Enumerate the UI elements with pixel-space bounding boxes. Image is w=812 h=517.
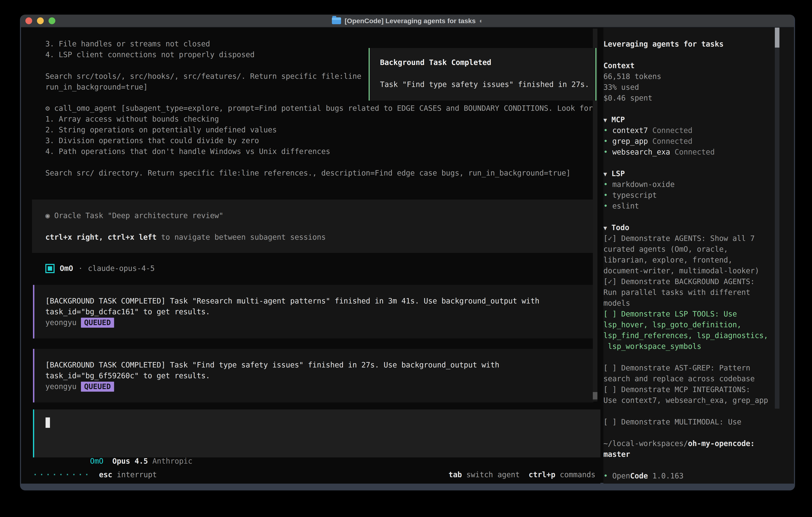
status-dot-icon: •	[603, 137, 608, 145]
context-used: 33% used	[603, 82, 794, 93]
mcp-status: Connected	[652, 126, 692, 135]
background-task-message: [BACKGROUND TASK COMPLETED] Task "Find t…	[33, 349, 593, 403]
gear-icon: ⚙	[46, 104, 54, 113]
workspace-path: ~/local-workspaces/oh-my-opencode:	[603, 438, 794, 449]
window-title: [OpenCode] Leveraging agents for tasks	[345, 17, 476, 25]
input-model: Opus 4.5	[112, 457, 148, 465]
input-agent-name: OmO	[90, 457, 104, 465]
spacer	[46, 60, 361, 71]
lsp-section-header[interactable]: ▼ LSP	[603, 168, 794, 179]
scrollback-text: 3. File handles or streams not closed 4.…	[46, 38, 361, 92]
spacer	[46, 157, 593, 168]
todo-item-line: document-writer, multimodal-looker)	[603, 266, 794, 276]
status-dot-icon: •	[603, 148, 608, 156]
status-dot-icon: •	[603, 472, 608, 480]
mcp-section-header[interactable]: ▼ MCP	[603, 114, 794, 125]
status-badge: QUEUED	[81, 382, 114, 392]
mcp-item: • context7 Connected	[603, 125, 794, 136]
todo-item-line: lsp_workspace_symbols	[603, 341, 794, 352]
input-provider: Anthropic	[152, 457, 193, 465]
chat-panel: 3. File handles or streams not closed 4.…	[21, 28, 601, 484]
agent-model: claude-opus-4-5	[88, 263, 155, 274]
agent-name: OmO	[60, 263, 73, 274]
tool-call-block: ⚙ call_omo_agent [subagent_type=explore,…	[46, 103, 593, 179]
lsp-name: typescript	[612, 191, 657, 199]
mcp-heading: MCP	[611, 115, 625, 124]
window-titlebar[interactable]: [OpenCode] Leveraging agents for tasks ◐	[21, 15, 794, 28]
keybinding-hint-text: to navigate between subagent sessions	[157, 233, 326, 242]
todo-item-line: librarian, explore, frontend,	[603, 255, 794, 266]
todo-item-line: curated agents (OmO, oracle,	[603, 244, 794, 255]
minimize-window-button[interactable]	[37, 18, 44, 24]
scrollback-line: 4. LSP client connections not properly d…	[46, 49, 361, 60]
workspace-path-prefix: ~/local-workspaces/	[603, 439, 688, 448]
mcp-item: • grep_app Connected	[603, 136, 794, 147]
spacer	[603, 352, 794, 363]
todo-item-line: [✓] Demonstrate BACKGROUND AGENTS:	[603, 276, 794, 287]
mcp-name: websearch_exa	[612, 148, 670, 156]
chevron-down-icon: ▼	[603, 224, 607, 232]
message-author: yeongyu	[46, 382, 77, 391]
todo-item-line: [ ] Demonstrate MULTIMODAL: Use	[603, 417, 794, 428]
message-author: yeongyu	[46, 318, 77, 327]
spacer	[603, 460, 794, 471]
context-spent: $0.46 spent	[603, 93, 794, 104]
todo-section-header[interactable]: ▼ Todo	[603, 222, 794, 233]
lsp-item: • typescript	[603, 190, 794, 201]
esc-key-hint: esc	[99, 469, 112, 480]
lsp-name: markdown-oxide	[612, 180, 675, 189]
terminal-window: [OpenCode] Leveraging agents for tasks ◐…	[20, 15, 795, 490]
context-tokens: 66,518 tokens	[603, 71, 794, 82]
todo-heading: Todo	[611, 223, 629, 232]
mcp-status: Connected	[652, 137, 692, 145]
status-dot-icon: •	[603, 202, 608, 210]
todo-item-line: lsp_hover, lsp_goto_definition,	[603, 320, 794, 330]
scrollback-line: 3. File handles or streams not closed	[46, 38, 361, 49]
background-task-message: [BACKGROUND TASK COMPLETED] Task "Resear…	[33, 285, 593, 338]
spacer	[603, 50, 794, 60]
todo-item-line: Run parallel tasks with different	[603, 287, 794, 298]
lsp-name: eslint	[612, 202, 639, 210]
mcp-status: Connected	[674, 148, 715, 156]
sidebar-scrollbar-track[interactable]	[775, 28, 779, 409]
spacer	[603, 406, 794, 417]
todo-item-line: lsp_find_references, lsp_diagnostics,	[603, 330, 794, 341]
todo-item-line: [✓] Demonstrate AGENTS: Show all 7	[603, 233, 794, 244]
spacer	[603, 158, 794, 168]
tool-call-line: call_omo_agent [subagent_type=explore, p…	[54, 104, 593, 113]
close-window-button[interactable]	[25, 18, 32, 24]
app-name-prefix: Open	[612, 472, 630, 480]
tool-call-line: 1. Array access without bounds checking	[46, 114, 593, 125]
workspace-branch: master	[603, 449, 794, 460]
chat-scrollbar-thumb[interactable]	[593, 392, 598, 400]
spinner-dots-icon: ·········	[33, 469, 91, 480]
context-heading: Context	[603, 60, 794, 71]
chevron-down-icon: ▼	[603, 170, 607, 178]
app-version: 1.0.163	[648, 472, 684, 480]
tool-call-line: Search src/ directory. Return specific f…	[46, 168, 593, 179]
maximize-window-button[interactable]	[49, 18, 55, 24]
agent-icon	[46, 264, 55, 273]
sidebar-scrollbar-thumb[interactable]	[775, 28, 779, 48]
status-bar: ········· esc interrupt tab switch agent…	[21, 469, 596, 480]
status-dot-icon: •	[603, 126, 608, 135]
mcp-name: grep_app	[612, 137, 648, 145]
session-busy-icon: ◐	[479, 17, 483, 25]
prompt-input[interactable]: OmO Opus 4.5 Anthropic	[33, 409, 601, 457]
spacer	[603, 104, 794, 114]
lsp-item: • eslint	[603, 201, 794, 212]
lsp-heading: LSP	[611, 169, 625, 178]
todo-item-line: models	[603, 298, 794, 309]
sidebar-panel: Leveraging agents for tasks Context 66,5…	[603, 28, 794, 484]
todo-item-line: [ ] Demonstrate MCP INTEGRATIONS:	[603, 384, 794, 395]
chevron-down-icon: ▼	[603, 116, 607, 124]
app-version-row: • OpenCode 1.0.163	[603, 471, 794, 482]
status-dot-icon: •	[603, 180, 608, 189]
message-line: [BACKGROUND TASK COMPLETED] Task "Resear…	[46, 296, 593, 306]
toast-notification: Background Task Completed Task "Find typ…	[369, 48, 597, 101]
mcp-item: • websearch_exa Connected	[603, 147, 794, 158]
lsp-item: • markdown-oxide	[603, 179, 794, 190]
tab-key-hint: tab	[448, 469, 462, 480]
keybinding-hint-keys: ctrl+x right, ctrl+x left	[46, 233, 157, 242]
commands-key-hint: ctrl+p	[529, 469, 555, 480]
